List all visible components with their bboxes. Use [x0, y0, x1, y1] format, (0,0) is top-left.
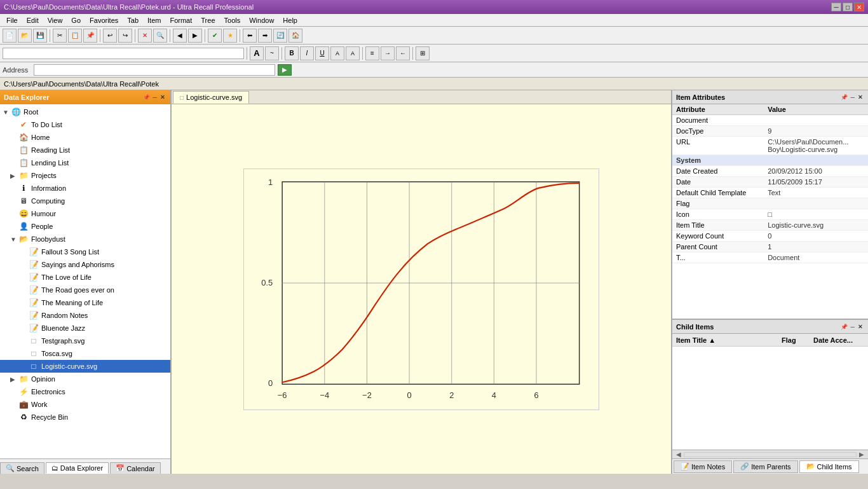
- right-scrollbar-bottom[interactable]: ◀ ▶: [672, 450, 868, 458]
- menu-edit[interactable]: Edit: [23, 16, 43, 25]
- menu-view[interactable]: View: [44, 16, 67, 25]
- tree-item-loveoflife[interactable]: 📝 The Love of Life: [0, 271, 170, 284]
- tree-item-opinion[interactable]: ▶ 📁 Opinion: [0, 373, 170, 385]
- scroll-right-btn[interactable]: ▶: [857, 451, 867, 458]
- tab-calendar[interactable]: 📅 Calendar: [110, 462, 161, 474]
- menu-file[interactable]: File: [3, 16, 22, 25]
- tab-search[interactable]: 🔍 Search: [0, 462, 44, 474]
- tree-item-reading[interactable]: 📋 Reading List: [0, 144, 170, 156]
- explorer-pin-btn[interactable]: 📌: [142, 93, 151, 101]
- address-go-button[interactable]: ▶: [278, 64, 292, 76]
- list-btn[interactable]: ≡: [365, 46, 379, 60]
- text-a[interactable]: A: [330, 46, 344, 60]
- format-input[interactable]: [3, 48, 244, 59]
- open-btn[interactable]: 📂: [18, 29, 32, 43]
- tree-item-root[interactable]: ▼ 🌐 Root: [0, 106, 170, 118]
- maximize-button[interactable]: □: [843, 3, 853, 11]
- tree-item-humour[interactable]: 😄 Humour: [0, 207, 170, 220]
- tree-item-work[interactable]: 💼 Work: [0, 398, 170, 411]
- delete-btn[interactable]: ✕: [138, 29, 152, 43]
- bold-btn[interactable]: B: [285, 46, 299, 60]
- redo-btn[interactable]: ↪: [118, 29, 132, 43]
- attr-minimize-btn[interactable]: ─: [850, 93, 856, 101]
- forward-btn[interactable]: ▶: [188, 29, 202, 43]
- tree-item-electronics[interactable]: ⚡ Electronics: [0, 385, 170, 398]
- menu-item[interactable]: Item: [144, 16, 165, 25]
- attr-value-defaultchild: Text: [764, 188, 868, 198]
- tree-item-people[interactable]: 👤 People: [0, 220, 170, 233]
- menu-tab[interactable]: Tab: [123, 16, 142, 25]
- home-btn[interactable]: 🏠: [288, 29, 302, 43]
- child-minimize-btn[interactable]: ─: [850, 323, 856, 331]
- new-btn[interactable]: 📄: [3, 29, 17, 43]
- child-close-btn[interactable]: ✕: [857, 323, 864, 331]
- tree-item-floobydust[interactable]: ▼ 📂 Floobydust: [0, 233, 170, 245]
- tree-item-testgraph[interactable]: □ Testgraph.svg: [0, 334, 170, 347]
- tree-item-lending[interactable]: 📋 Lending List: [0, 156, 170, 169]
- search-btn[interactable]: 🔍: [153, 29, 167, 43]
- child-col-title[interactable]: Item Title ▲: [676, 336, 782, 344]
- roadgoes-icon: 📝: [28, 285, 39, 295]
- text-size-large[interactable]: A: [250, 46, 264, 60]
- underline-btn[interactable]: U: [315, 46, 329, 60]
- close-button[interactable]: ✕: [854, 3, 864, 11]
- tree-item-meaning[interactable]: 📝 The Meaning of Life: [0, 296, 170, 309]
- scroll-left-btn[interactable]: ◀: [674, 451, 684, 458]
- minimize-button[interactable]: ─: [831, 3, 841, 11]
- indent-btn[interactable]: →: [381, 46, 395, 60]
- tree-item-logistic[interactable]: □ Logistic-curve.svg: [0, 360, 170, 373]
- cut-btn[interactable]: ✂: [53, 29, 67, 43]
- back-btn[interactable]: ◀: [173, 29, 187, 43]
- tree-item-home[interactable]: 🏠 Home: [0, 131, 170, 144]
- address-input[interactable]: [34, 64, 275, 76]
- explorer-minimize-btn[interactable]: ─: [152, 93, 158, 101]
- menu-format[interactable]: Format: [166, 16, 196, 25]
- tree-item-information[interactable]: ℹ Information: [0, 182, 170, 195]
- child-col-flag[interactable]: Flag: [782, 336, 813, 344]
- tab-child-items[interactable]: 📂 Child Items: [799, 460, 859, 473]
- tree-item-roadgoes[interactable]: 📝 The Road goes ever on: [0, 284, 170, 296]
- text-style[interactable]: ~: [265, 46, 279, 60]
- menu-tools[interactable]: Tools: [220, 16, 245, 25]
- check-btn[interactable]: ✔: [208, 29, 222, 43]
- tree-item-random[interactable]: 📝 Random Notes: [0, 309, 170, 322]
- nav-left-btn[interactable]: ⬅: [243, 29, 257, 43]
- tab-item-parents[interactable]: 🔗 Item Parents: [733, 460, 797, 473]
- refresh-btn[interactable]: 🔄: [273, 29, 287, 43]
- child-pin-btn[interactable]: 📌: [839, 323, 849, 331]
- save-btn[interactable]: 💾: [33, 29, 47, 43]
- outdent-btn[interactable]: ←: [396, 46, 410, 60]
- horizontal-scrollbar[interactable]: [684, 452, 857, 457]
- undo-btn[interactable]: ↩: [103, 29, 117, 43]
- menu-window[interactable]: Window: [245, 16, 278, 25]
- italic-btn[interactable]: I: [300, 46, 314, 60]
- tab-data-explorer[interactable]: 🗂 Data Explorer: [46, 462, 109, 474]
- doc-tab-logistic[interactable]: □ Logistic-curve.svg: [173, 91, 249, 104]
- tree-item-bluenote[interactable]: 📝 Bluenote Jazz: [0, 322, 170, 334]
- attr-row-url: URL C:\Users\Paul\Documen...Boy\Logistic…: [672, 137, 868, 155]
- text-a2[interactable]: A: [346, 46, 360, 60]
- tab-item-notes[interactable]: 📝 Item Notes: [674, 460, 732, 473]
- menu-favorites[interactable]: Favorites: [86, 16, 122, 25]
- tree-item-tosca[interactable]: □ Tosca.svg: [0, 347, 170, 360]
- copy-btn[interactable]: 📋: [68, 29, 82, 43]
- meaning-icon: 📝: [28, 298, 39, 308]
- star-btn[interactable]: ★: [223, 29, 237, 43]
- tree-item-recycle[interactable]: ♻ Recycle Bin: [0, 411, 170, 424]
- nav-right-btn[interactable]: ➡: [258, 29, 272, 43]
- menu-help[interactable]: Help: [279, 16, 301, 25]
- tree-item-todo[interactable]: ✔ To Do List: [0, 118, 170, 131]
- tree-item-computing[interactable]: 🖥 Computing: [0, 195, 170, 207]
- attr-pin-btn[interactable]: 📌: [839, 93, 849, 101]
- tree-item-fallout[interactable]: 📝 Fallout 3 Song List: [0, 245, 170, 258]
- attr-close-btn[interactable]: ✕: [857, 93, 864, 101]
- tree-item-projects[interactable]: ▶ 📁 Projects: [0, 169, 170, 182]
- menu-tree[interactable]: Tree: [197, 16, 219, 25]
- child-col-access[interactable]: Date Acce...: [813, 336, 864, 344]
- menu-go[interactable]: Go: [67, 16, 85, 25]
- tree-item-sayings[interactable]: 📝 Sayings and Aphorisms: [0, 258, 170, 271]
- explorer-close-btn[interactable]: ✕: [159, 93, 166, 101]
- table-btn[interactable]: ⊞: [416, 46, 430, 60]
- attr-section-system: System: [672, 155, 868, 166]
- paste-btn[interactable]: 📌: [83, 29, 97, 43]
